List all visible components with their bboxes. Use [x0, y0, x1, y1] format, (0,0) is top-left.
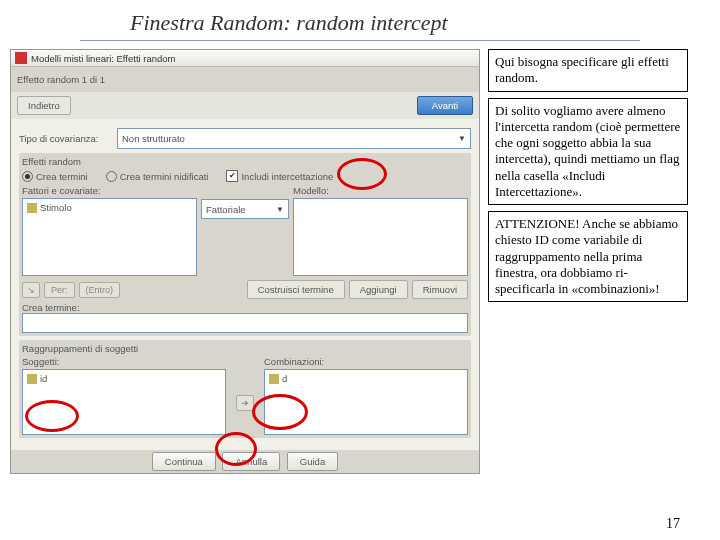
back-button[interactable]: Indietro — [17, 96, 71, 115]
model-label: Modello: — [293, 185, 468, 196]
chevron-down-icon: ▼ — [458, 134, 466, 143]
factors-list[interactable]: Stimolo — [22, 198, 197, 276]
cov-type-select[interactable]: Non strutturato ▼ — [117, 128, 471, 149]
slide-title: Finestra Random: random intercept — [0, 0, 720, 40]
continue-button[interactable]: Continua — [152, 452, 216, 471]
cov-type-label: Tipo di covarianza: — [19, 133, 111, 144]
effects-section-label: Effetti random — [22, 156, 468, 167]
subjects-list[interactable]: id — [22, 369, 226, 435]
annotation-2: Di solito vogliamo avere almeno l'interc… — [488, 98, 688, 206]
interaction-select[interactable]: Fattoriale▼ — [201, 199, 289, 219]
model-list[interactable] — [293, 198, 468, 276]
combinations-label: Combinazioni: — [264, 356, 468, 367]
cancel-button[interactable]: Annulla — [222, 452, 280, 471]
list-item: id — [25, 372, 223, 385]
per-button[interactable]: Per: — [44, 282, 75, 298]
build-term-button[interactable]: Costruisci termine — [247, 280, 345, 299]
radio-create-terms[interactable]: Crea termini — [22, 171, 88, 182]
include-intercept-checkbox[interactable]: ✔Includi intercettazione — [226, 170, 333, 182]
radio-nested-terms[interactable]: Crea termini nidificati — [106, 171, 209, 182]
list-item: d — [267, 372, 465, 385]
forward-button[interactable]: Avanti — [417, 96, 473, 115]
add-button[interactable]: Aggiungi — [349, 280, 408, 299]
list-item: Stimolo — [25, 201, 194, 214]
annotation-3: ATTENZIONE! Anche se abbiamo chiesto ID … — [488, 211, 688, 302]
annotation-1: Qui bisogna specificare gli effetti rand… — [488, 49, 688, 92]
variable-icon — [269, 374, 279, 384]
remove-button[interactable]: Rimuovi — [412, 280, 468, 299]
create-term-input[interactable] — [22, 313, 468, 333]
dialog-label: Effetto random 1 di 1 — [17, 74, 105, 85]
divider — [80, 40, 640, 41]
variable-icon — [27, 203, 37, 213]
cov-type-value: Non strutturato — [122, 133, 185, 144]
move-button[interactable]: ↘ — [22, 282, 40, 298]
window-title: Modelli misti lineari: Effetti random — [31, 53, 176, 64]
transfer-button[interactable]: ➔ — [236, 395, 254, 411]
variable-icon — [27, 374, 37, 384]
create-term-label: Crea termine: — [22, 302, 468, 313]
combinations-list[interactable]: d — [264, 369, 468, 435]
factors-label: Fattori e covariate: — [22, 185, 197, 196]
help-button[interactable]: Guida — [287, 452, 338, 471]
page-number: 17 — [666, 516, 680, 532]
subjects-label: Soggetti: — [22, 356, 226, 367]
app-icon — [15, 52, 27, 64]
dialog-window: Modelli misti lineari: Effetti random Ef… — [10, 49, 480, 474]
grouping-section-label: Raggruppamenti di soggetti — [22, 343, 468, 354]
titlebar: Modelli misti lineari: Effetti random — [11, 50, 479, 67]
entro-button[interactable]: (Entro) — [79, 282, 121, 298]
